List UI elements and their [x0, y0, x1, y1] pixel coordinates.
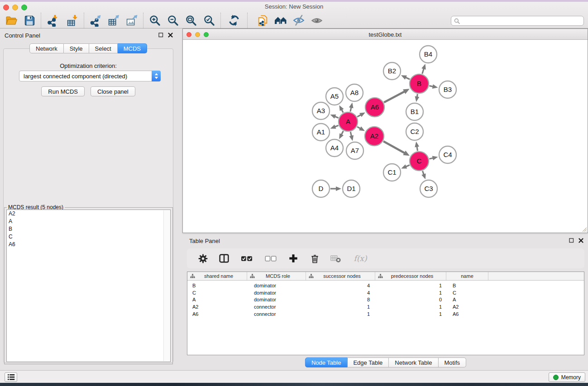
table-row[interactable]: Cdominator41C: [187, 289, 584, 296]
table-settings-button[interactable]: [197, 254, 209, 263]
save-session-button[interactable]: [20, 13, 38, 28]
result-scrollbar[interactable]: [163, 210, 170, 361]
resize-grip-icon[interactable]: [581, 226, 587, 232]
application-window: Session: New Session: [0, 0, 588, 386]
delete-table-icon: [330, 254, 342, 263]
graph-edge-arrowhead: [415, 142, 419, 148]
graph-edge-arrowhead: [336, 186, 341, 191]
graph-node-label-C: C: [417, 157, 422, 165]
zoom-out-button[interactable]: [164, 13, 182, 28]
export-table-button[interactable]: [105, 13, 123, 28]
mcds-result-item[interactable]: B: [7, 225, 170, 233]
function-builder-button[interactable]: f(x): [351, 254, 369, 263]
network-graph[interactable]: B4B2BB3A8A5A6A3B1AC2A1A2A4A7C4CC1C3DD1: [183, 40, 588, 233]
memory-button[interactable]: Memory: [549, 372, 585, 382]
window-chrome: Session: New Session: [0, 2, 588, 29]
export-image-button[interactable]: [123, 13, 141, 28]
table-row[interactable]: A6connector11A6: [187, 310, 584, 318]
tab-node-table[interactable]: Node Table: [305, 357, 348, 367]
graph-node-label-A4: A4: [330, 144, 339, 152]
table-row[interactable]: A2connector11A2: [187, 303, 584, 310]
table-toolbar: f(x): [187, 248, 584, 268]
column-header-predecessor-nodes[interactable]: predecessor nodes: [375, 272, 446, 280]
zoom-in-button[interactable]: [146, 13, 164, 28]
main-toolbar: [0, 12, 588, 29]
network-window-title: testGlobe.txt: [183, 31, 588, 38]
open-session-button[interactable]: [2, 13, 20, 28]
toolbar-separator: [143, 13, 143, 28]
column-header-mcds-role[interactable]: MCDS role: [247, 272, 306, 280]
close-panel-button[interactable]: Close panel: [91, 86, 135, 96]
graph-edge-arrowhead: [415, 96, 419, 102]
tab-edge-table[interactable]: Edge Table: [347, 357, 389, 367]
graph-edge-A2-C[interactable]: [383, 141, 405, 153]
houses-icon: [274, 14, 287, 26]
list-icon: [7, 374, 15, 381]
graph-node-label-A1: A1: [317, 128, 325, 136]
column-header-shared-name[interactable]: shared name: [187, 272, 247, 280]
graph-edge-A6-B[interactable]: [384, 91, 405, 103]
deselect-all-icon: [265, 255, 277, 262]
export-network-button[interactable]: [86, 13, 105, 28]
network-canvas[interactable]: B4B2BB3A8A5A6A3B1AC2A1A2A4A7C4CC1C3DD1: [183, 40, 588, 233]
select-all-button[interactable]: [239, 255, 254, 262]
network-window-titlebar[interactable]: testGlobe.txt: [183, 29, 588, 40]
mcds-result-item[interactable]: A2: [7, 210, 170, 218]
graph-node-label-B: B: [417, 80, 421, 87]
close-table-panel-icon[interactable]: [578, 238, 583, 243]
graph-edge-arrowhead: [349, 102, 354, 108]
show-graphics-button[interactable]: [308, 13, 326, 28]
tab-select[interactable]: Select: [89, 43, 118, 53]
graph-node-label-B2: B2: [388, 67, 396, 75]
tab-mcds[interactable]: MCDS: [118, 43, 147, 53]
main-titlebar: Session: New Session: [0, 2, 588, 11]
table-row[interactable]: Bdominator41B: [187, 282, 584, 289]
tree-icon: [190, 274, 195, 278]
tree-icon: [378, 274, 383, 278]
tab-style[interactable]: Style: [64, 43, 89, 53]
column-header-name[interactable]: name: [446, 272, 488, 280]
network-view-window: testGlobe.txt B4B2BB3A8A5A6A3B1AC2A1A2A4…: [182, 29, 588, 233]
hide-graphics-button[interactable]: [290, 13, 308, 28]
mcds-result-item[interactable]: A6: [7, 241, 170, 248]
zoom-fit-button[interactable]: [182, 13, 200, 28]
zoom-in-icon: [149, 14, 161, 26]
run-mcds-button[interactable]: Run MCDS: [41, 86, 85, 96]
graph-node-label-C2: C2: [410, 128, 419, 135]
deselect-all-button[interactable]: [263, 255, 278, 262]
mcds-result-list[interactable]: A2 A B C A6: [6, 210, 171, 362]
delete-row-button[interactable]: [309, 254, 320, 263]
task-history-button[interactable]: [5, 372, 17, 382]
delete-table-button[interactable]: [330, 254, 342, 263]
tab-network-table[interactable]: Network Table: [389, 357, 438, 367]
show-columns-button[interactable]: [218, 253, 230, 263]
import-network-button[interactable]: [43, 13, 62, 28]
add-row-button[interactable]: [287, 254, 299, 263]
import-table-button[interactable]: [63, 13, 81, 28]
toolbar-separator: [247, 13, 248, 28]
float-table-panel-icon[interactable]: [569, 238, 574, 243]
tab-network[interactable]: Network: [29, 43, 64, 53]
home-button[interactable]: [272, 13, 290, 28]
mcds-result-item[interactable]: A: [7, 218, 170, 225]
float-panel-icon[interactable]: [158, 33, 163, 38]
graph-edge-arrowhead: [330, 114, 336, 119]
close-panel-icon[interactable]: [168, 33, 173, 38]
toolbar-separator: [220, 13, 221, 28]
optimization-criterion-select[interactable]: largest connected component (directed): [19, 71, 161, 81]
refresh-network-button[interactable]: [225, 13, 243, 28]
mcds-result-item[interactable]: C: [7, 233, 170, 241]
graph-edge-arrowhead: [349, 135, 354, 141]
new-network-button[interactable]: [253, 13, 272, 28]
graph-node-label-A5: A5: [330, 92, 339, 100]
tree-icon: [250, 274, 255, 278]
tab-motifs[interactable]: Motifs: [438, 357, 466, 367]
toolbar-separator: [41, 13, 41, 28]
zoom-selected-button[interactable]: [200, 13, 218, 28]
graph-edge-arrowhead: [421, 64, 426, 70]
table-row[interactable]: Adominator80A: [187, 296, 584, 303]
tree-icon: [309, 274, 314, 278]
trash-icon: [311, 254, 319, 263]
search-input[interactable]: [461, 17, 582, 25]
column-header-successor-nodes[interactable]: successor nodes: [306, 272, 375, 280]
